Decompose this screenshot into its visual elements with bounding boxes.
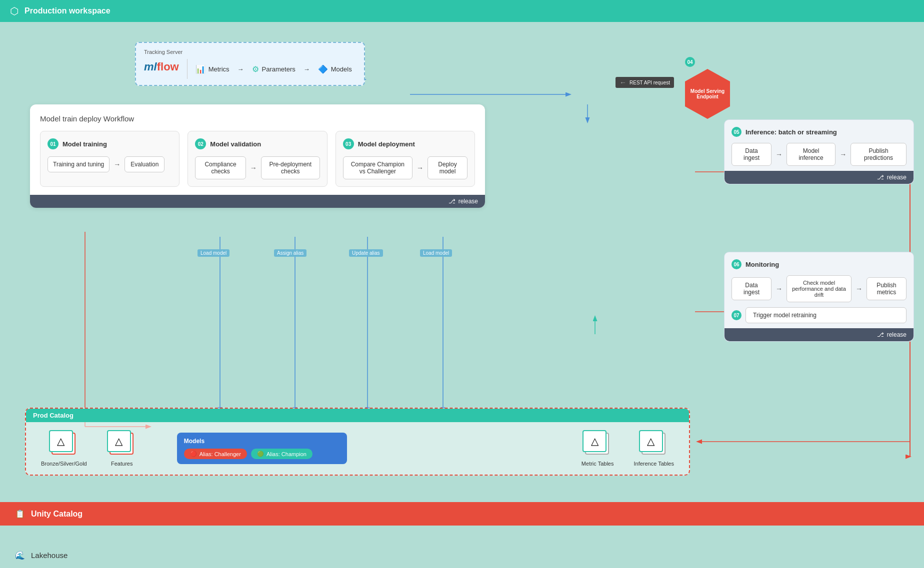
- inference-release-label: release: [887, 174, 906, 181]
- section-model-validation: 02 Model validation Compliance checks → …: [188, 131, 327, 187]
- inference-panel: 05 Inference: batch or streaming Data in…: [724, 119, 914, 184]
- lakehouse-icon: 🌊: [15, 551, 25, 560]
- workflow-release-bar: ⎇ release: [30, 195, 485, 208]
- monitoring-title: Monitoring: [746, 261, 779, 268]
- section-02-steps: Compliance checks → Pre-deployment check…: [195, 156, 320, 179]
- monitoring-arrow-2: →: [856, 285, 862, 293]
- inference-tables-icon-glyph: △: [647, 435, 654, 447]
- alias-champion: 🟢 Alias: Champion: [251, 449, 312, 459]
- models-box-title: Models: [184, 438, 340, 445]
- parameters-icon: ⚙: [252, 64, 259, 74]
- alias-challenger: 🔴 Alias: Challenger: [184, 449, 247, 459]
- inference-publish-predictions: Publish predictions: [850, 143, 906, 166]
- section-03-num: 03: [343, 138, 354, 149]
- mlflow-arrow-2: →: [304, 65, 310, 73]
- update-alias-label: Update alias: [349, 249, 383, 257]
- challenger-icon: 🔴: [190, 451, 197, 457]
- workflow-box: Model train deploy Workflow 01 Model tra…: [30, 104, 485, 208]
- catalog-features-icon: △: [107, 430, 131, 452]
- section-model-deployment: 03 Model deployment Compare Champion vs …: [336, 131, 475, 187]
- inference-tables-icon-container: △: [639, 430, 669, 458]
- catalog-features-label: Features: [111, 461, 132, 467]
- section-01-header: 01 Model training: [48, 138, 172, 149]
- monitoring-steps: Data ingest → Check model performance an…: [732, 275, 906, 302]
- inference-num: 05: [732, 127, 742, 137]
- monitoring-release-label: release: [887, 331, 906, 338]
- prod-catalog-content: △ Bronze/Silver/Gold △ Features Models: [26, 422, 689, 475]
- section-02-header: 02 Model validation: [195, 138, 320, 149]
- metric-tables-icon-container: △: [582, 430, 612, 458]
- model-serving-hexagon: Model Serving Endpoint: [685, 69, 730, 119]
- monitoring-release-bar: ⎇ release: [724, 328, 914, 341]
- step-compliance-checks: Compliance checks: [195, 156, 246, 179]
- mlflow-logo: mlflow: [144, 60, 179, 73]
- models-icon: 🔷: [318, 64, 328, 74]
- inference-title: Inference: batch or streaming: [746, 128, 837, 136]
- workflow-title: Model train deploy Workflow: [40, 114, 475, 123]
- inference-steps: Data ingest → Model inference → Publish …: [732, 143, 906, 166]
- step-predeployment-checks: Pre-deployment checks: [261, 156, 320, 179]
- mlflow-models: 🔷 Models: [318, 64, 352, 74]
- lakehouse-label: Lakehouse: [31, 551, 68, 560]
- catalog-bronze-silver-gold: △ Bronze/Silver/Gold: [41, 430, 87, 467]
- mlflow-arrow-1: →: [238, 65, 244, 73]
- section-03-title: Model deployment: [358, 140, 415, 148]
- unity-catalog-icon: 📋: [15, 509, 25, 519]
- mlflow-parameters: ⚙ Parameters: [252, 64, 296, 74]
- catalog-bsg-icon-container: △: [49, 430, 79, 458]
- load-model-2-label: Load model: [420, 249, 452, 257]
- trigger-num: 07: [732, 310, 742, 320]
- step-training-tuning: Training and tuning: [48, 156, 110, 172]
- main-canvas: Tracking Server mlflow 📊 Metrics → ⚙ Par…: [0, 22, 924, 568]
- inference-release-bar: ⎇ release: [724, 171, 914, 184]
- step-arrow-01: →: [114, 160, 120, 168]
- inference-tables-label: Inference Tables: [634, 461, 674, 467]
- lakehouse-bar: 🌊 Lakehouse: [0, 543, 924, 568]
- metric-tables-label: Metric Tables: [582, 461, 614, 467]
- inference-arrow-1: →: [776, 150, 782, 158]
- section-03-header: 03 Model deployment: [343, 138, 468, 149]
- workspace-icon: ⬡: [10, 5, 18, 17]
- catalog-bsg-icon: △: [49, 430, 73, 452]
- features-icon: △: [115, 435, 122, 447]
- monitoring-panel: 06 Monitoring Data ingest → Check model …: [724, 252, 914, 342]
- inference-data-ingest: Data ingest: [732, 143, 772, 166]
- model-serving-num: 04: [685, 57, 695, 67]
- unity-catalog-label: Unity Catalog: [31, 510, 82, 519]
- workflow-sections: 01 Model training Training and tuning → …: [40, 131, 475, 187]
- metrics-icon: 📊: [196, 64, 206, 74]
- step-deploy-model: Deploy model: [428, 156, 468, 179]
- trigger-row: 07 Trigger model retraining: [732, 307, 906, 323]
- model-aliases: 🔴 Alias: Challenger 🟢 Alias: Champion: [184, 449, 340, 459]
- git-icon: ⎇: [448, 198, 456, 205]
- workspace-title: Production workspace: [24, 6, 110, 15]
- metric-tables-icon: △: [582, 430, 606, 452]
- inference-arrow-2: →: [840, 150, 846, 158]
- mlflow-metrics: 📊 Metrics: [196, 64, 230, 74]
- monitoring-panel-header: 06 Monitoring: [732, 259, 906, 269]
- step-evaluation: Evaluation: [124, 156, 164, 172]
- load-model-1-label: Load model: [198, 249, 230, 257]
- section-03-steps: Compare Champion vs Challenger → Deploy …: [343, 156, 468, 179]
- model-serving-container: 04 Model Serving Endpoint: [685, 57, 730, 119]
- monitoring-publish-metrics: Publish metrics: [866, 277, 906, 300]
- tracking-server-label: Tracking Server: [144, 49, 356, 55]
- models-box: Models 🔴 Alias: Challenger 🟢 Alias: Cham…: [177, 433, 347, 464]
- inference-panel-header: 05 Inference: batch or streaming: [732, 127, 906, 137]
- section-01-num: 01: [48, 138, 58, 149]
- section-model-training: 01 Model training Training and tuning → …: [40, 131, 180, 187]
- trigger-box: Trigger model retraining: [746, 307, 906, 323]
- assign-alias-label: Assign alias: [274, 249, 306, 257]
- section-02-title: Model validation: [210, 140, 261, 148]
- monitoring-num: 06: [732, 259, 742, 269]
- inference-tables-icon: △: [639, 430, 663, 452]
- inference-git-icon: ⎇: [877, 174, 884, 181]
- step-compare-champion: Compare Champion vs Challenger: [343, 156, 412, 179]
- step-arrow-02: →: [250, 164, 257, 172]
- mlflow-items: 📊 Metrics → ⚙ Parameters → 🔷 Models: [196, 64, 352, 74]
- monitoring-arrow-1: →: [776, 285, 782, 293]
- prod-catalog-header: Prod Catalog: [26, 409, 689, 422]
- databricks-icon: △: [57, 435, 64, 447]
- rest-api-badge: ← REST API request: [616, 77, 674, 88]
- catalog-metric-tables: △ Metric Tables: [582, 430, 614, 467]
